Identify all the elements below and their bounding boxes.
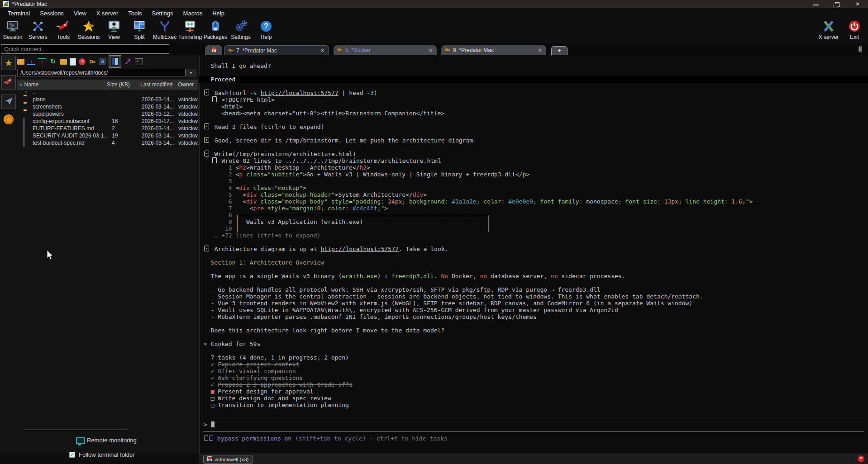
fname: test-buildout-spec.md [33, 139, 85, 147]
magic-wand-icon[interactable] [124, 57, 132, 66]
path-input[interactable]: /Users/vstockwell/repos/wraith/docs/ [17, 69, 186, 76]
tab-label: 8. *Docker [345, 47, 424, 53]
terminal-cursor [211, 421, 215, 427]
paperclip-icon[interactable] [856, 45, 864, 55]
terminal-line [199, 117, 868, 123]
quick-connect-input[interactable]: Quick connect... [1, 44, 169, 54]
delete-icon[interactable] [79, 58, 86, 65]
session-tab-button[interactable]: vstockwell (x3) [203, 455, 253, 464]
file-row[interactable]: FUTURE-FEATURES.md22026-03-14...vstockw.… [17, 125, 198, 132]
tools-button[interactable]: Tools [51, 19, 76, 40]
packages-button[interactable]: Packages [203, 19, 228, 40]
menu-terminal[interactable]: Terminal [3, 9, 35, 18]
fsize: 2 [112, 125, 115, 132]
new-folder-icon[interactable] [60, 59, 67, 65]
session-button[interactable]: Session [0, 19, 25, 40]
tab-home[interactable] [205, 45, 222, 55]
new-tab-button[interactable]: + [551, 46, 568, 56]
file-row[interactable]: config-export.mobaconf162026-03-17...vst… [17, 118, 198, 125]
file-row[interactable]: screenshots2026-03-14...vstockw... [17, 103, 198, 110]
column-header-size[interactable]: Size (KB) [105, 80, 138, 89]
multiexec-button[interactable]: MultiExec [152, 19, 177, 40]
mobaxterm-logo-icon [3, 1, 9, 7]
exit-button[interactable]: Exit [843, 19, 866, 40]
terminal-icon[interactable] [135, 58, 143, 65]
view-button[interactable]: View [101, 19, 127, 40]
remote-monitoring-label[interactable]: Remote monitoring [87, 437, 137, 444]
sidebar-tab-sessions[interactable]: ★ [1, 56, 16, 70]
swiss-knife-icon [56, 19, 71, 33]
menu-help[interactable]: Help [207, 9, 229, 18]
upload-icon[interactable] [38, 58, 46, 65]
split-panes-icon [132, 19, 147, 33]
column-header-owner[interactable]: Owner [176, 80, 198, 89]
tab-predator-mac-7[interactable]: 7. *Predator Mac ✕ [224, 45, 329, 55]
network-globe-icon[interactable] [4, 114, 14, 124]
sidebar: ★ /Users/vstockwell/repos/wraith/docs/ ▾… [0, 55, 199, 454]
folder-up-icon[interactable] [17, 59, 24, 65]
download-icon[interactable] [27, 58, 35, 65]
terminal-line [199, 320, 868, 327]
fname: superpowers [33, 110, 64, 118]
file-row[interactable]: SECURITY-AUDIT-2026-03-1...192026-03-14.… [17, 132, 198, 139]
missing-glyph-icon [212, 96, 217, 102]
file-row[interactable]: plans2026-03-14...vstockw... [17, 96, 198, 103]
menu-sessions[interactable]: Sessions [35, 9, 69, 18]
x-server-button[interactable]: X server [815, 19, 843, 40]
key-icon[interactable] [88, 57, 96, 66]
minimize-button[interactable] [809, 1, 823, 7]
tab-close-icon[interactable]: ✕ [538, 47, 543, 54]
terminal-line [199, 279, 868, 286]
menu-macros[interactable]: Macros [178, 9, 208, 18]
help-button[interactable]: Help [253, 19, 279, 40]
fsize: 16 [112, 118, 118, 125]
menu-x-server[interactable]: X server [91, 9, 123, 18]
tunneling-button[interactable]: Tunneling [177, 19, 203, 40]
tab-docker-8[interactable]: 8. *Docker ✕ [334, 45, 437, 55]
terminal-prompt[interactable]: > [204, 421, 215, 428]
split-button[interactable]: Split [127, 19, 152, 40]
file-row[interactable]: superpowers2026-03-12...vstockw... [17, 110, 198, 118]
menu-view[interactable]: View [69, 9, 91, 18]
fmod: 2026-03-14... [142, 96, 174, 103]
follow-terminal-folder-label[interactable]: Follow terminal folder [79, 451, 135, 458]
close-session-icon[interactable] [858, 455, 864, 462]
sessions-button[interactable]: Sessions [76, 19, 101, 40]
fown: vstockw... [178, 103, 202, 110]
font-icon[interactable] [99, 58, 106, 65]
servers-button[interactable]: Servers [25, 19, 51, 40]
bullet-icon [204, 246, 209, 251]
path-dropdown-button[interactable]: ▾ [186, 69, 196, 76]
file-row[interactable]: test-buildout-spec.md42026-03-14...vstoc… [17, 139, 198, 147]
new-file-icon[interactable] [70, 58, 76, 66]
column-header-modified[interactable]: Last modified [138, 80, 176, 89]
sidebar-tab-macros[interactable] [1, 95, 16, 109]
tab-close-icon[interactable]: ✕ [428, 47, 433, 54]
follow-terminal-folder-checkbox[interactable] [69, 452, 75, 458]
session-tab-icon [207, 456, 212, 462]
settings-button[interactable]: Settings [228, 19, 253, 40]
menu-settings[interactable]: Settings [147, 9, 178, 18]
filemd-icon [24, 140, 24, 147]
filemd-icon [24, 125, 24, 133]
fname: config-export.mobaconf [33, 118, 89, 125]
remote-monitoring-icon[interactable] [76, 437, 85, 444]
paper-plane-icon [4, 96, 14, 108]
maximize-button[interactable] [830, 1, 844, 7]
terminal-line [199, 69, 868, 76]
tab-predator-mac-9[interactable]: 9. *Predator Mac ✕ [441, 45, 546, 55]
terminal-line: Bash(curl -s http://localhost:57577 | he… [199, 90, 868, 96]
tab-close-icon[interactable]: ✕ [320, 47, 325, 54]
window-title: *Predator Mac [12, 1, 47, 7]
refresh-icon[interactable] [49, 57, 57, 66]
split-view-icon[interactable] [109, 55, 121, 68]
view-user-icon [107, 19, 121, 33]
terminal-line: ∗ Cooked for 59s [199, 341, 868, 347]
file-row[interactable]: .. [17, 89, 198, 96]
menu-tools[interactable]: Tools [123, 9, 147, 18]
column-header-name[interactable]: ▼ Name [17, 80, 105, 89]
bullet-icon [204, 123, 209, 129]
sidebar-tab-tools[interactable] [1, 75, 16, 90]
close-button[interactable]: ✕ [851, 1, 864, 7]
terminal-line: Shall I go ahead? [199, 62, 868, 69]
